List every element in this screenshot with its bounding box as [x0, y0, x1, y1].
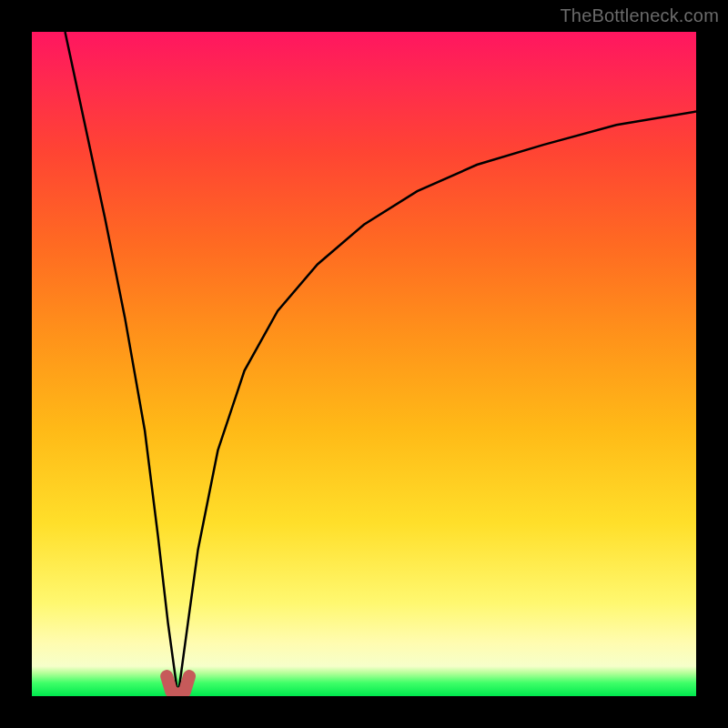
chart-svg — [32, 32, 696, 696]
chart-frame: TheBottleneck.com — [0, 0, 728, 728]
bottleneck-curve — [66, 32, 697, 696]
watermark-text: TheBottleneck.com — [560, 5, 719, 26]
minimum-marker — [167, 676, 189, 694]
chart-plot-area — [32, 32, 696, 696]
